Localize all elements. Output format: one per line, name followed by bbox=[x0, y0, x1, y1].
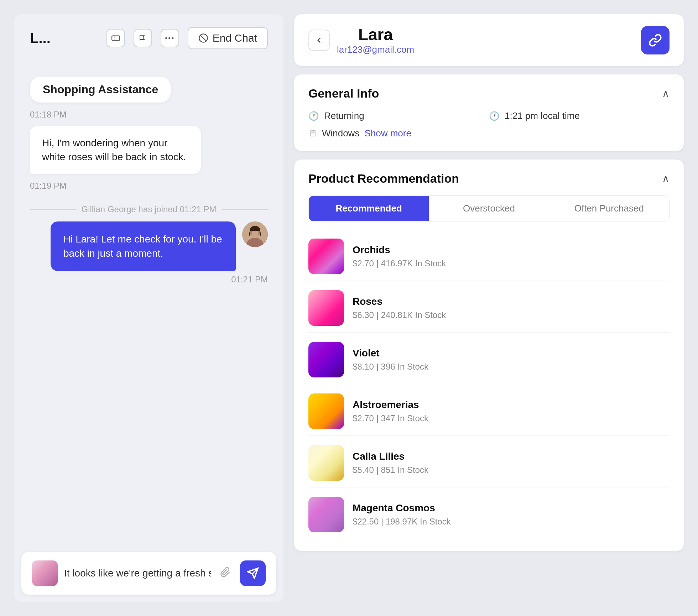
product-item-calla-lilies[interactable]: Calla Lilies $5.40 | 851 In Stock bbox=[308, 439, 670, 487]
contact-card: Lara lar123@gmail.com bbox=[294, 14, 684, 66]
chat-panel: L... ••• End Chat Shopping Assistance 01… bbox=[14, 14, 283, 602]
product-name-alstroemerias: Alstroemerias bbox=[353, 399, 670, 411]
product-detail-orchids: $2.70 | 416.97K In Stock bbox=[353, 259, 670, 268]
timestamp-3: 01:21 PM bbox=[231, 275, 268, 284]
product-info-orchids: Orchids $2.70 | 416.97K In Stock bbox=[353, 244, 670, 268]
product-thumb-calla-lilies bbox=[308, 445, 344, 481]
customer-type-item: 🕐 Returning bbox=[308, 110, 489, 121]
agent-avatar bbox=[242, 221, 268, 247]
more-icon[interactable]: ••• bbox=[161, 29, 179, 47]
contact-link-button[interactable] bbox=[641, 26, 670, 54]
product-thumb-roses bbox=[308, 290, 344, 326]
general-info-card: General Info ∧ 🕐 Returning 🕐 1:21 pm loc… bbox=[294, 74, 684, 151]
product-name-orchids: Orchids bbox=[353, 244, 670, 256]
platform-item: 🖥 Windows Show more bbox=[308, 128, 489, 139]
product-recommendation-card: Product Recommendation ∧ Recommended Ove… bbox=[294, 160, 684, 551]
contact-card-left: Lara lar123@gmail.com bbox=[308, 25, 414, 55]
tab-overstocked[interactable]: Overstocked bbox=[429, 196, 549, 221]
platform: Windows bbox=[322, 128, 359, 139]
contact-name: Lara bbox=[337, 25, 414, 44]
join-line-left bbox=[30, 209, 76, 210]
product-thumb-alstroemerias bbox=[308, 393, 344, 429]
product-tabs: Recommended Overstocked Often Purchased bbox=[308, 195, 670, 221]
product-detail-alstroemerias: $2.70 | 347 In Stock bbox=[353, 413, 670, 423]
join-notice-text: Gillian George has joined 01:21 PM bbox=[82, 204, 217, 214]
product-info-roses: Roses $6.30 | 240.81K In Stock bbox=[353, 296, 670, 320]
product-thumb-orchids bbox=[308, 239, 344, 274]
product-item-violet[interactable]: Violet $8.10 | 396 In Stock bbox=[308, 335, 670, 384]
product-info-violet: Violet $8.10 | 396 In Stock bbox=[353, 348, 670, 372]
product-info-magenta-cosmos: Magenta Cosmos $22.50 | 198.97K In Stock bbox=[353, 502, 670, 527]
tab-often-purchased[interactable]: Often Purchased bbox=[549, 196, 669, 221]
general-info-header: General Info ∧ bbox=[308, 87, 670, 100]
product-item-magenta-cosmos[interactable]: Magenta Cosmos $22.50 | 198.97K In Stock bbox=[308, 490, 670, 539]
clock-icon: 🕐 bbox=[308, 111, 319, 121]
product-rec-collapse[interactable]: ∧ bbox=[662, 173, 670, 184]
chat-title: L... bbox=[30, 30, 51, 46]
product-detail-calla-lilies: $5.40 | 851 In Stock bbox=[353, 465, 670, 475]
general-info-collapse[interactable]: ∧ bbox=[662, 88, 670, 99]
product-item-orchids[interactable]: Orchids $2.70 | 416.97K In Stock bbox=[308, 232, 670, 281]
timestamp-1: 01:18 PM bbox=[30, 110, 268, 120]
show-more-link[interactable]: Show more bbox=[364, 128, 411, 139]
product-info-calla-lilies: Calla Lilies $5.40 | 851 In Stock bbox=[353, 451, 670, 475]
svg-line-5 bbox=[200, 35, 207, 41]
flag-icon[interactable] bbox=[134, 29, 152, 47]
join-notice: Gillian George has joined 01:21 PM bbox=[30, 204, 268, 214]
chat-header: L... ••• End Chat bbox=[14, 14, 283, 62]
chat-input[interactable] bbox=[64, 566, 211, 580]
message-incoming-1: Hi, I'm wondering when your white roses … bbox=[30, 126, 201, 174]
product-detail-roses: $6.30 | 240.81K In Stock bbox=[353, 310, 670, 320]
attachment-thumbnail bbox=[32, 560, 58, 586]
product-rec-title: Product Recommendation bbox=[308, 172, 459, 186]
general-info-title: General Info bbox=[308, 87, 379, 100]
product-name-calla-lilies: Calla Lilies bbox=[353, 451, 670, 462]
contact-email[interactable]: lar123@gmail.com bbox=[337, 44, 414, 55]
attachment-icon[interactable] bbox=[217, 564, 234, 583]
header-icons: ••• End Chat bbox=[106, 27, 268, 49]
end-chat-button[interactable]: End Chat bbox=[188, 27, 268, 49]
message-outgoing-wrap: Hi Lara! Let me check for you. I'll be b… bbox=[30, 221, 268, 271]
product-rec-header: Product Recommendation ∧ bbox=[308, 172, 670, 186]
topic-tag: Shopping Assistance bbox=[30, 77, 171, 103]
product-info-alstroemerias: Alstroemerias $2.70 | 347 In Stock bbox=[353, 399, 670, 423]
send-button[interactable] bbox=[240, 560, 266, 586]
monitor-icon: 🖥 bbox=[308, 129, 317, 139]
timestamp-2: 01:19 PM bbox=[30, 181, 268, 191]
product-name-roses: Roses bbox=[353, 296, 670, 307]
tab-recommended[interactable]: Recommended bbox=[309, 196, 429, 221]
clock2-icon: 🕐 bbox=[489, 111, 500, 121]
chat-body: Shopping Assistance 01:18 PM Hi, I'm won… bbox=[14, 62, 283, 552]
product-thumb-magenta-cosmos bbox=[308, 497, 344, 532]
local-time: 1:21 pm local time bbox=[505, 110, 580, 121]
message-outgoing-1: Hi Lara! Let me check for you. I'll be b… bbox=[51, 221, 236, 271]
customer-type: Returning bbox=[324, 110, 364, 121]
product-list: Orchids $2.70 | 416.97K In Stock Roses $… bbox=[308, 232, 670, 539]
svg-rect-0 bbox=[112, 36, 120, 41]
product-item-alstroemerias[interactable]: Alstroemerias $2.70 | 347 In Stock bbox=[308, 387, 670, 436]
chat-input-area bbox=[21, 552, 276, 595]
product-item-roses[interactable]: Roses $6.30 | 240.81K In Stock bbox=[308, 284, 670, 333]
join-line-right bbox=[222, 209, 268, 210]
sidebar-collapse-button[interactable] bbox=[308, 30, 330, 51]
local-time-item: 🕐 1:21 pm local time bbox=[489, 110, 670, 121]
right-panel: Lara lar123@gmail.com General Info ∧ 🕐 R… bbox=[294, 14, 684, 551]
product-detail-magenta-cosmos: $22.50 | 198.97K In Stock bbox=[353, 517, 670, 527]
product-name-magenta-cosmos: Magenta Cosmos bbox=[353, 502, 670, 514]
contact-info: Lara lar123@gmail.com bbox=[337, 25, 414, 55]
product-detail-violet: $8.10 | 396 In Stock bbox=[353, 362, 670, 372]
general-info-grid: 🕐 Returning 🕐 1:21 pm local time 🖥 Windo… bbox=[308, 110, 670, 139]
product-name-violet: Violet bbox=[353, 348, 670, 359]
product-thumb-violet bbox=[308, 342, 344, 377]
coupon-icon[interactable] bbox=[106, 29, 125, 47]
